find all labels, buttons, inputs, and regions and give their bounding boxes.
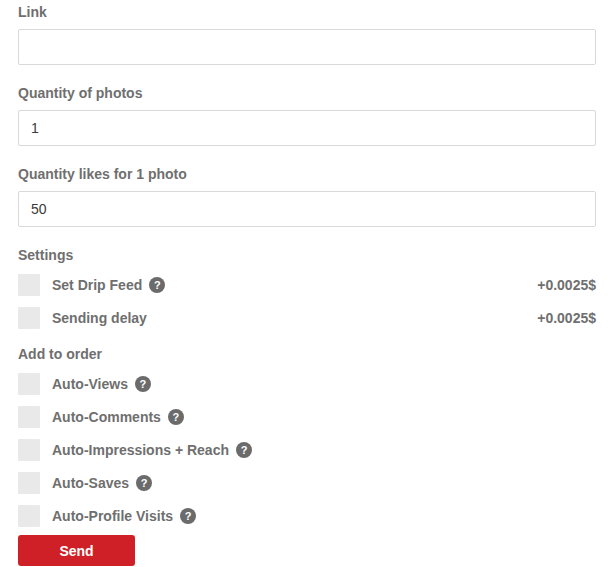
- quantity-likes-label: Quantity likes for 1 photo: [18, 166, 596, 183]
- drip-feed-price: +0.0025$: [537, 277, 596, 293]
- quantity-likes-field-group: Quantity likes for 1 photo: [18, 166, 596, 227]
- addon-row-auto-comments: Auto-Comments ?: [18, 406, 596, 428]
- auto-views-checkbox[interactable]: [18, 373, 40, 395]
- drip-feed-help-icon[interactable]: ?: [149, 277, 165, 293]
- auto-comments-help-icon[interactable]: ?: [168, 409, 184, 425]
- quantity-photos-field-group: Quantity of photos: [18, 85, 596, 146]
- drip-feed-label: Set Drip Feed: [52, 277, 142, 293]
- order-form: Link Quantity of photos Quantity likes f…: [0, 0, 614, 566]
- add-to-order-heading: Add to order: [18, 346, 596, 362]
- auto-impressions-help-icon[interactable]: ?: [236, 442, 252, 458]
- sending-delay-label: Sending delay: [52, 310, 147, 326]
- auto-views-label: Auto-Views: [52, 376, 128, 392]
- addon-row-auto-impressions: Auto-Impressions + Reach ?: [18, 439, 596, 461]
- sending-delay-checkbox[interactable]: [18, 307, 40, 329]
- settings-heading: Settings: [18, 247, 596, 263]
- auto-comments-checkbox[interactable]: [18, 406, 40, 428]
- drip-feed-checkbox[interactable]: [18, 274, 40, 296]
- addon-row-auto-profile-visits: Auto-Profile Visits ?: [18, 505, 596, 527]
- quantity-photos-label: Quantity of photos: [18, 85, 596, 102]
- auto-saves-help-icon[interactable]: ?: [136, 475, 152, 491]
- setting-row-drip-feed: Set Drip Feed ? +0.0025$: [18, 274, 596, 296]
- setting-row-sending-delay: Sending delay +0.0025$: [18, 307, 596, 329]
- addon-row-auto-saves: Auto-Saves ?: [18, 472, 596, 494]
- auto-profile-visits-label: Auto-Profile Visits: [52, 508, 173, 524]
- auto-impressions-checkbox[interactable]: [18, 439, 40, 461]
- link-label: Link: [18, 4, 596, 21]
- auto-views-help-icon[interactable]: ?: [135, 376, 151, 392]
- quantity-photos-input[interactable]: [18, 110, 596, 146]
- auto-profile-visits-checkbox[interactable]: [18, 505, 40, 527]
- link-input[interactable]: [18, 29, 596, 65]
- auto-saves-checkbox[interactable]: [18, 472, 40, 494]
- send-button[interactable]: Send: [18, 535, 135, 566]
- auto-saves-label: Auto-Saves: [52, 475, 129, 491]
- auto-profile-visits-help-icon[interactable]: ?: [180, 508, 196, 524]
- sending-delay-price: +0.0025$: [537, 310, 596, 326]
- quantity-likes-input[interactable]: [18, 191, 596, 227]
- addon-row-auto-views: Auto-Views ?: [18, 373, 596, 395]
- auto-comments-label: Auto-Comments: [52, 409, 161, 425]
- link-field-group: Link: [18, 4, 596, 65]
- auto-impressions-label: Auto-Impressions + Reach: [52, 442, 229, 458]
